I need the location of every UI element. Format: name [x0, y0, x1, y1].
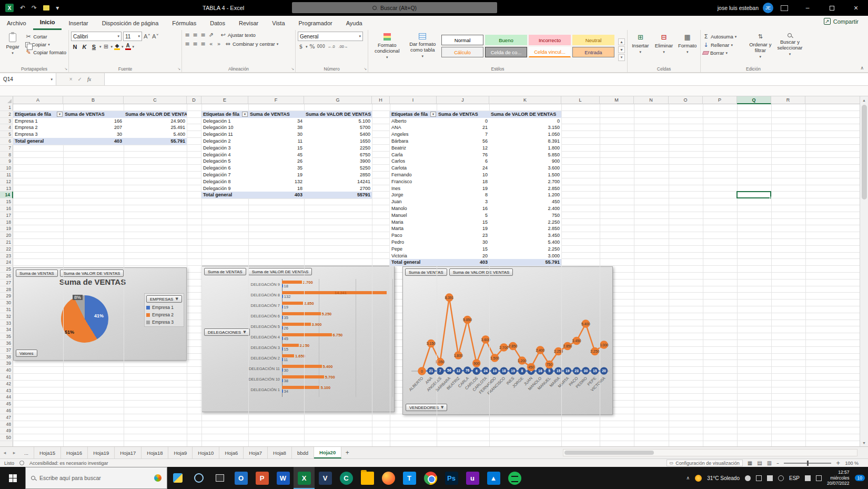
scroll-up-icon[interactable]: ▲ [862, 96, 866, 104]
notification-badge[interactable]: 10 [855, 475, 865, 481]
line-chart[interactable]: Suma de VENTAS Suma de VALOR DE VENTAS 0… [402, 266, 613, 415]
row-header-39[interactable]: 39 [0, 360, 13, 367]
cell-style-incorrecto[interactable]: Incorrecto [529, 35, 571, 45]
increase-indent-icon[interactable]: » [216, 41, 222, 47]
fill-color-button[interactable]: ◆ [114, 43, 120, 50]
sheet-tab-hoja19[interactable]: Hoja19 [88, 447, 115, 458]
sheet-nav-left-icon[interactable]: ◂ [0, 447, 9, 458]
sheet-tab-hoja16[interactable]: Hoja16 [61, 447, 88, 458]
bar-ventas[interactable] [282, 316, 283, 319]
pivot-value-cell[interactable]: 3 [437, 198, 489, 205]
sheet-tab-overflow[interactable]: ... [19, 447, 34, 458]
pivot-value-cell[interactable]: 0 [437, 118, 489, 125]
marker-ventas[interactable]: 8 [518, 367, 526, 375]
marker-valor[interactable]: 0 [418, 367, 426, 375]
bar-ventas[interactable] [282, 295, 283, 298]
pivot-value-cell[interactable]: 15 [437, 219, 489, 226]
underline-dropdown-icon[interactable]: ▾ [99, 45, 102, 49]
row-header-24[interactable]: 24 [0, 259, 13, 266]
ribbon-tab-revisar[interactable]: Revisar [232, 16, 265, 30]
start-button[interactable] [0, 467, 25, 489]
pivot-row-label[interactable]: Delegación 10 [201, 124, 248, 131]
pivot-value-cell[interactable]: 38 [248, 124, 304, 131]
pivot-row-label[interactable]: Delegación 11 [201, 131, 248, 138]
marker-ventas[interactable]: 7 [436, 367, 443, 375]
pivot-value-cell[interactable]: 25.491 [124, 124, 187, 131]
paste-button[interactable]: Pegar ▾ [2, 32, 23, 64]
pivot-value-cell[interactable]: 3.000 [489, 253, 561, 260]
pivot-value-cell[interactable]: 6 [437, 158, 489, 165]
field-button-valor[interactable]: Suma de VALOR DE VENTAS [60, 270, 124, 277]
column-header-M[interactable]: M [600, 96, 634, 104]
wrap-text-button[interactable]: ↩Ajustar texto [220, 32, 256, 38]
pivot-row-label[interactable]: ANA [390, 124, 437, 131]
orientation-icon[interactable]: ⇗ [208, 32, 214, 38]
taskbar-app-app-u[interactable]: u [462, 467, 483, 489]
increase-decimal-icon[interactable]: ←.0 [327, 43, 336, 50]
marker-ventas[interactable]: 21 [427, 367, 435, 374]
row-header-4[interactable]: 4 [0, 124, 13, 131]
cell-style-bueno[interactable]: Bueno [485, 35, 527, 45]
gallery-down-icon[interactable]: ▼ [618, 46, 625, 53]
filter-dropdown-icon[interactable]: ▼ [430, 112, 436, 117]
ribbon-tab-datos[interactable]: Datos [203, 16, 232, 30]
column-header-C[interactable]: C [124, 96, 187, 104]
pivot-value-cell[interactable]: 3.150 [489, 124, 561, 131]
marker-ventas[interactable]: 18 [500, 367, 508, 374]
tray-icon-4[interactable] [778, 475, 784, 481]
customize-quick-access-icon[interactable]: ▾ [56, 4, 59, 12]
dialog-launcher-icon[interactable]: ↘ [291, 67, 294, 71]
sheet-tab-hoja8[interactable]: Hoja8 [268, 447, 292, 458]
pivot-total-cell[interactable]: Total general [201, 192, 248, 198]
pivot-value-cell[interactable]: 16 [437, 205, 489, 212]
ribbon-tab-inicio[interactable]: Inicio [33, 16, 62, 30]
column-header-B[interactable]: B [63, 96, 124, 104]
pivot-row-label[interactable]: Bárbara [390, 138, 437, 145]
network-icon[interactable] [816, 475, 822, 481]
marker-ventas[interactable]: 19 [509, 367, 517, 374]
pivot-total-cell[interactable]: 403 [248, 192, 304, 198]
cell-style-normal[interactable]: Normal [441, 35, 483, 45]
ribbon-tab-programador[interactable]: Programador [292, 16, 339, 30]
row-header-10[interactable]: 10 [0, 165, 13, 172]
pivot-row-label[interactable]: Maria [390, 219, 437, 226]
bar-ventas[interactable] [282, 368, 283, 372]
cut-button[interactable]: ✂Cortar [25, 33, 66, 40]
tray-icon-2[interactable] [756, 475, 762, 481]
decrease-indent-icon[interactable]: « [208, 41, 214, 47]
align-top-icon[interactable]: ≡ [184, 32, 190, 38]
row-header-1[interactable]: 1 [0, 104, 13, 111]
pivot-value-cell[interactable]: 5 [437, 212, 489, 219]
row-header-18[interactable]: 18 [0, 219, 13, 226]
pivot-value-cell[interactable]: 5700 [304, 124, 372, 131]
widgets-button[interactable] [167, 467, 188, 489]
pivot-row-label[interactable]: Carlos [390, 158, 437, 165]
view-normal-icon[interactable]: ▦ [748, 460, 752, 466]
marker-valor[interactable]: 1.800 [454, 351, 463, 360]
sort-filter-button[interactable]: ⇅ Ordenar y filtrar ▾ [747, 32, 774, 64]
pivot-value-cell[interactable]: 2250 [304, 145, 372, 152]
collapse-ribbon-icon[interactable]: ∧ [860, 65, 864, 71]
pivot-value-cell[interactable]: 1.050 [489, 131, 561, 138]
filter-dropdown-icon[interactable]: ▼ [57, 112, 63, 117]
cell-style-celdaco[interactable]: Celda de co... [485, 47, 527, 57]
taskbar-app-app-c[interactable]: C [336, 467, 357, 489]
pivot-value-cell[interactable]: 24.900 [124, 118, 187, 125]
scroll-thumb[interactable] [862, 105, 867, 199]
pivot-row-label[interactable]: Delegación 3 [201, 145, 248, 152]
ribbon-tab-ayuda[interactable]: Ayuda [339, 16, 369, 30]
row-header-43[interactable]: 43 [0, 387, 13, 394]
pivot-value-cell[interactable]: 3.600 [489, 165, 561, 172]
pivot-value-cell[interactable]: 5400 [304, 131, 372, 138]
pivot-value-cell[interactable]: 3900 [304, 158, 372, 165]
cell-style-neutral[interactable]: Neutral [572, 35, 614, 45]
align-bottom-icon[interactable]: ≡ [200, 32, 206, 38]
add-sheet-button[interactable]: + [341, 447, 353, 458]
taskbar-app-word[interactable]: W [272, 467, 294, 489]
row-header-21[interactable]: 21 [0, 239, 13, 246]
pivot-value-cell[interactable]: 2.700 [489, 178, 561, 185]
taskbar-app-photoshop[interactable]: Ps [441, 467, 462, 489]
pivot-value-cell[interactable]: 18 [437, 178, 489, 185]
bold-button[interactable]: N [71, 44, 79, 50]
gallery-up-icon[interactable]: ▲ [618, 38, 625, 45]
